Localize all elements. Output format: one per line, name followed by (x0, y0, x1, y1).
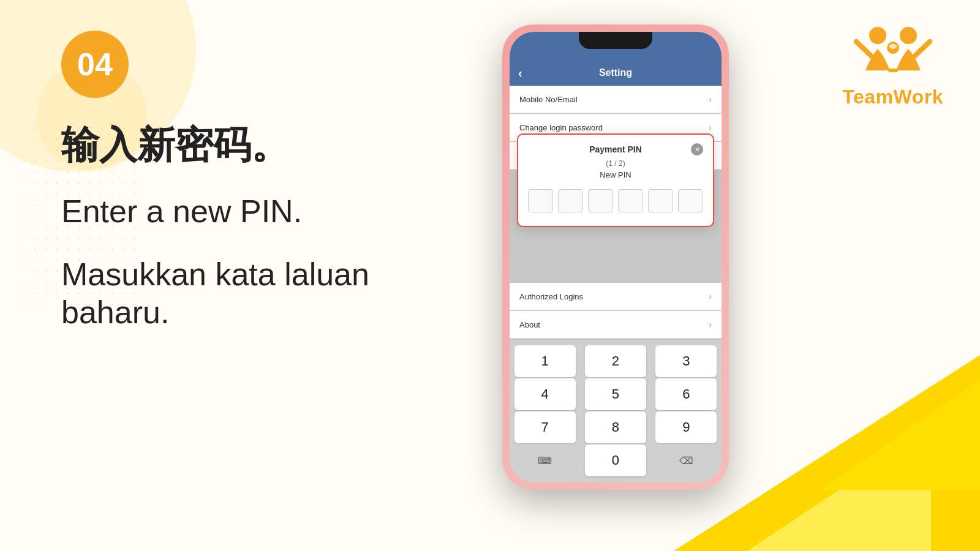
keypad-row-2: 4 5 6 (510, 378, 722, 410)
pin-box-2[interactable] (558, 189, 583, 212)
teamwork-logo: TeamWork (842, 12, 943, 108)
modal-close-button[interactable]: ✕ (691, 143, 703, 156)
pin-box-5[interactable] (648, 189, 673, 212)
header-title: Setting (599, 67, 632, 78)
phone-mockup: ‹ Setting Mobile No/Email › Change login… (502, 24, 729, 490)
chevron-icon: › (709, 122, 712, 132)
gap-divider (510, 277, 722, 283)
instruction-panel: 输入新密码。 Enter a new PIN. Masukkan kata la… (61, 122, 478, 332)
keypad-4[interactable]: 4 (514, 378, 576, 410)
chevron-icon: › (709, 291, 712, 301)
phone-app-screen: Mobile No/Email › Change login password … (510, 86, 722, 340)
svg-line-1 (856, 42, 872, 56)
keypad-backspace-icon[interactable]: ⌫ (655, 444, 717, 476)
pin-box-6[interactable] (678, 189, 703, 212)
modal-pin-label: New PIN (528, 170, 703, 179)
phone-app-header: ‹ Setting (510, 62, 722, 86)
settings-item-label: Mobile No/Email (519, 95, 578, 104)
svg-point-2 (900, 27, 917, 44)
brand-name: TeamWork (842, 86, 943, 108)
english-instruction: Enter a new PIN. (61, 192, 478, 230)
bg-triangle-2 (747, 429, 931, 551)
keypad-row-4: ⌨ 0 ⌫ (510, 444, 722, 476)
svg-point-0 (869, 27, 886, 44)
chinese-instruction: 输入新密码。 (61, 122, 478, 168)
step-badge: 04 (61, 31, 129, 98)
keypad-0[interactable]: 0 (585, 444, 646, 476)
phone-notch (579, 32, 652, 49)
malay-instruction: Masukkan kata laluan baharu. (61, 255, 478, 332)
gap-divider-2 (510, 339, 722, 340)
keypad-1[interactable]: 1 (514, 345, 576, 377)
keypad-7[interactable]: 7 (514, 411, 576, 443)
pin-input-row (528, 186, 703, 216)
settings-item-authorized-logins[interactable]: Authorized Logins › (510, 283, 722, 310)
bg-triangle-3 (821, 380, 980, 490)
back-button[interactable]: ‹ (518, 66, 522, 80)
keypad-5[interactable]: 5 (585, 378, 646, 410)
numeric-keypad: 1 2 3 4 5 6 7 8 9 ⌨ 0 ⌫ (510, 340, 722, 482)
teamwork-icon (850, 12, 936, 92)
modal-step-indicator: (1 / 2) (528, 159, 703, 168)
payment-pin-modal: Payment PIN ✕ (1 / 2) New PIN (517, 133, 714, 227)
settings-below-modal: Authorized Logins › About › Sign out (510, 277, 722, 340)
pin-box-1[interactable] (528, 189, 553, 212)
phone-screen-area: ‹ Setting Mobile No/Email › Change login… (510, 32, 722, 482)
settings-item-label: Authorized Logins (519, 292, 583, 301)
step-number: 04 (77, 46, 113, 83)
keypad-8[interactable]: 8 (585, 411, 646, 443)
keypad-row-1: 1 2 3 (510, 345, 722, 377)
keypad-9[interactable]: 9 (655, 411, 717, 443)
modal-header: Payment PIN ✕ (528, 143, 703, 156)
keypad-3[interactable]: 3 (655, 345, 717, 377)
keypad-2[interactable]: 2 (585, 345, 646, 377)
svg-line-3 (914, 42, 930, 56)
keypad-keyboard-icon[interactable]: ⌨ (514, 444, 576, 476)
settings-item-about[interactable]: About › (510, 311, 722, 339)
settings-item-label: Change login password (519, 123, 603, 132)
pin-box-3[interactable] (588, 189, 613, 212)
chevron-icon: › (709, 94, 712, 104)
settings-item-mobile[interactable]: Mobile No/Email › (510, 86, 722, 113)
settings-item-label: About (519, 320, 540, 329)
pin-box-4[interactable] (618, 189, 643, 212)
keypad-row-3: 7 8 9 (510, 411, 722, 443)
phone-outer-frame: ‹ Setting Mobile No/Email › Change login… (502, 24, 729, 490)
modal-title: Payment PIN (540, 144, 691, 154)
chevron-icon: › (709, 320, 712, 329)
keypad-6[interactable]: 6 (655, 378, 717, 410)
